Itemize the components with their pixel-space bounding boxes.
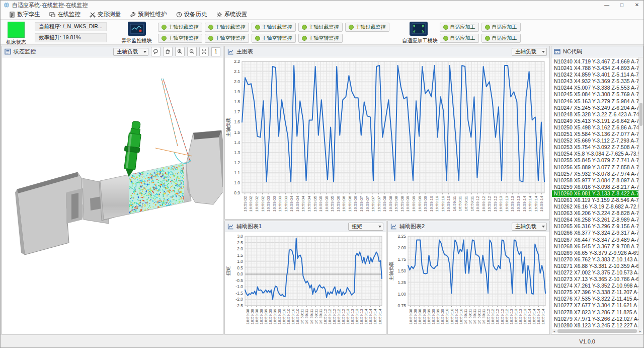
nc-line[interactable]: N10249 X5.413 Y-3.191 Z-6.642 A-74.346	[552, 118, 638, 124]
svg-text:16:59:07: 16:59:07	[371, 195, 375, 212]
nc-line[interactable]: N10251 X5.584 Y-3.136 Z-7.077 A-74.012	[552, 131, 638, 137]
3d-viewport[interactable]	[2, 57, 223, 334]
rotate-view-icon[interactable]	[163, 47, 173, 56]
spindle-monitor-button[interactable]: 主轴过载监控	[252, 23, 296, 32]
menu-item-digital-twin[interactable]: 数字孪生	[5, 10, 45, 19]
nc-line[interactable]: N10242 X4.859 Y-3.401 Z-5.114 A-75.775	[552, 72, 638, 78]
nc-line[interactable]: N10241 X4.788 Y-3.434 Z-4.893 A-76.062	[552, 65, 638, 72]
nc-line[interactable]: N10253 X5.754 Y-3.092 Z-7.508 A-73.677	[552, 144, 638, 151]
adaptive-machining-module-icon[interactable]	[410, 22, 428, 36]
nc-line-current[interactable]: N10260 X6.081 Y-3.133 Z-8.422 A-72.835	[552, 190, 638, 197]
nc-line[interactable]: N10269 X6.65 Y-3.379 Z-9.926 A-69.947 C	[552, 250, 638, 256]
menu-item-system-settings[interactable]: 系统设置	[212, 10, 252, 19]
nc-line[interactable]: N10257 X5.932 Y-3.078 Z-7.974 A-73.243	[552, 171, 638, 177]
nc-line[interactable]: N10273 X7.13 Y-3.365 Z-10.786 A-67.372	[552, 276, 638, 283]
digital-twin-icon	[9, 12, 15, 18]
nc-line[interactable]: N10267 X6.447 Y-3.347 Z-9.489 A-71.055	[552, 237, 638, 243]
nc-line[interactable]: N10274 X7.261 Y-3.352 Z-10.998 A-66.67	[552, 283, 638, 289]
zoom-in-icon[interactable]	[175, 47, 185, 56]
maximize-button[interactable]: □	[614, 1, 629, 10]
scrollbar-thumb[interactable]	[639, 103, 642, 126]
adaptive-machining-button[interactable]: 自适应加工	[440, 34, 479, 43]
nc-line[interactable]: N10262 X6.16 Y-3.19 Z-8.682 A-72.534 C	[552, 203, 638, 210]
nc-line[interactable]: N10263 X6.206 Y-3.224 Z-8.828 A-72.33 C	[552, 210, 638, 217]
svg-text:-1.5: -1.5	[235, 291, 243, 296]
svg-text:3.0: 3.0	[237, 234, 243, 239]
nc-line[interactable]: N10245 X5.084 Y-3.308 Z-5.769 A-75.088	[552, 91, 638, 98]
main-chart[interactable]: 0.91.01.11.21.31.41.51.61.71.81.92.02.12…	[225, 57, 549, 219]
minimize-button[interactable]: —	[599, 1, 614, 10]
aux-chart2[interactable]: 0.751.001.251.501.752.002.2516:59:0816:5…	[388, 232, 549, 334]
nc-line[interactable]: N10280 X8.123 Y-3.245 Z-12.227 A-62.23	[552, 322, 638, 329]
menu-item-deform-measure[interactable]: 变形测量	[85, 10, 125, 19]
nc-line[interactable]: N10265 X6.316 Y-3.296 Z-9.156 A-71.771	[552, 223, 638, 230]
zoom-level-value[interactable]: 1	[211, 47, 220, 56]
scrollbar-thumb[interactable]	[557, 329, 637, 333]
nc-line[interactable]: N10272 X7.002 Y-3.375 Z-10.573 A-68.05	[552, 269, 638, 276]
menu-item-online-monitor[interactable]: 在线监控	[45, 10, 85, 19]
menu-item-device-history[interactable]: 设备历史	[172, 10, 212, 19]
zoom-out-icon[interactable]	[187, 47, 197, 56]
nc-line[interactable]: N10270 X6.762 Y-3.383 Z-10.143 A-69.34	[552, 256, 638, 263]
nc-line[interactable]: N10256 X5.889 Y-3.077 Z-7.858 A-73.348	[552, 164, 638, 171]
abnormal-monitor-module-icon[interactable]	[128, 22, 146, 36]
nc-line[interactable]: N10279 X7.971 Y-3.266 Z-12.027 A-62.98	[552, 316, 638, 322]
nc-line[interactable]: N10243 X4.932 Y-3.369 Z-5.335 A-75.523	[552, 78, 638, 85]
annotate-icon[interactable]	[151, 47, 160, 56]
fit-view-icon[interactable]	[199, 47, 209, 56]
nc-line[interactable]: N10258 X5.977 Y-3.084 Z-8.097 A-73.138	[552, 177, 638, 184]
aux-chart1-selector[interactable]: 扭矩	[348, 223, 383, 231]
adaptive-machining-button[interactable]: 自适应加工	[481, 34, 521, 43]
menu-item-predictive-maintenance[interactable]: 预测性维护	[125, 10, 172, 19]
aux-chart1[interactable]: -2.5-2.0-1.5-1.0-0.50.00.51.01.52.02.53.…	[225, 232, 386, 334]
svg-text:16:59:11: 16:59:11	[468, 308, 472, 324]
nc-line[interactable]: N10268 X6.545 Y-3.367 Z-9.708 A-70.519	[552, 243, 638, 250]
adaptive-machining-button[interactable]: 自适应加工	[481, 23, 521, 32]
nc-line[interactable]: N10271 X6.88 Y-3.381 Z-10.359 A-68.711	[552, 263, 638, 269]
scroll-left-icon[interactable]: ◂	[552, 329, 556, 333]
nc-line[interactable]: N10277 X7.677 Y-3.304 Z-11.621 A-64.48	[552, 302, 638, 309]
nc-line[interactable]: N10266 X6.377 Y-3.324 Z-9.317 A-71.443	[552, 230, 638, 236]
aux-chart2-selector[interactable]: 主轴负载	[512, 223, 547, 231]
spindle-monitor-button[interactable]: 主轴空转监控	[205, 34, 249, 43]
nc-line[interactable]: N10254 X5.8 Y-3.084 Z-7.625 A-73.571 C	[552, 151, 638, 157]
nc-horizontal-scrollbar[interactable]: ◂ ▸	[552, 329, 642, 333]
svg-text:1.50: 1.50	[397, 268, 406, 273]
nc-line[interactable]: N10240 X4.719 Y-3.467 Z-4.669 A-76.396	[552, 58, 638, 65]
nc-line[interactable]: N10264 X6.258 Y-3.261 Z-8.989 A-72.072	[552, 217, 638, 223]
nc-line[interactable]: N10261 X6.119 Y-3.159 Z-8.546 A-72.701	[552, 197, 638, 203]
svg-text:16:59:10: 16:59:10	[445, 308, 449, 324]
adaptive-machining-button[interactable]: 自适应加工	[440, 23, 479, 32]
svg-text:16:59:08: 16:59:08	[413, 308, 418, 324]
nc-line[interactable]: N10252 X5.669 Y-3.112 Z-7.293 A-73.844	[552, 137, 638, 144]
nc-line[interactable]: N10278 X7.823 Y-3.286 Z-11.825 A-63.73	[552, 309, 638, 316]
content-area: 状态监控 主轴负载 1	[1, 45, 644, 334]
close-button[interactable]: ✕	[629, 1, 644, 10]
nc-line[interactable]: N10248 X5.328 Y-3.22 Z-6.423 A-74.52 C	[552, 111, 638, 118]
scroll-right-icon[interactable]: ▸	[638, 329, 642, 333]
spindle-monitor-button[interactable]: 主轴空转监控	[298, 34, 343, 43]
nc-line[interactable]: N10275 X7.396 Y-3.338 Z-11.207 A-65.95	[552, 289, 638, 296]
status-dot-icon	[485, 25, 490, 30]
spindle-monitor-button[interactable]: 主轴过载监控	[298, 23, 343, 32]
nc-line[interactable]: N10246 X5.163 Y-3.279 Z-5.984 A-74.892	[552, 98, 638, 105]
nc-line[interactable]: N10276 X7.535 Y-3.322 Z-11.415 A-65.22	[552, 296, 638, 302]
nc-line[interactable]: N10255 X5.845 Y-3.079 Z-7.741 A-73.458	[552, 157, 638, 164]
nc-code-list[interactable]: N10240 X4.719 Y-3.467 Z-4.669 A-76.396N1…	[552, 58, 638, 329]
aux-chart1-selector-value: 扭矩	[352, 223, 362, 230]
nc-line[interactable]: N10250 X5.498 Y-3.162 Z-6.86 A-74.178 C	[552, 124, 638, 131]
nc-vertical-scrollbar[interactable]	[638, 57, 643, 329]
spindle-monitor-button[interactable]: 主轴过载监控	[205, 23, 249, 32]
nc-line[interactable]: N10247 X5.245 Y-3.249 Z-6.204 A-74.701	[552, 105, 638, 111]
nc-line[interactable]: N10244 X5.007 Y-3.338 Z-5.553 A-75.297	[552, 85, 638, 91]
spindle-monitor-button[interactable]: 主轴过载监控	[158, 23, 202, 32]
svg-text:16:59:03: 16:59:03	[278, 195, 282, 212]
menu-item-label: 设备历史	[184, 11, 207, 18]
status-monitor-selector[interactable]: 主轴负载	[113, 48, 148, 56]
spindle-monitor-button[interactable]: 主轴空转监控	[252, 34, 296, 43]
spindle-monitor-button[interactable]: 主轴空转监控	[158, 34, 202, 43]
spindle-monitor-button[interactable]: 主轴过载监控	[345, 23, 389, 32]
line-chart-icon	[390, 223, 397, 230]
nc-line[interactable]: N10259 X6.016 Y-3.098 Z-8.217 A-73.036	[552, 184, 638, 190]
main-chart-selector[interactable]: 主轴负载	[512, 48, 547, 56]
